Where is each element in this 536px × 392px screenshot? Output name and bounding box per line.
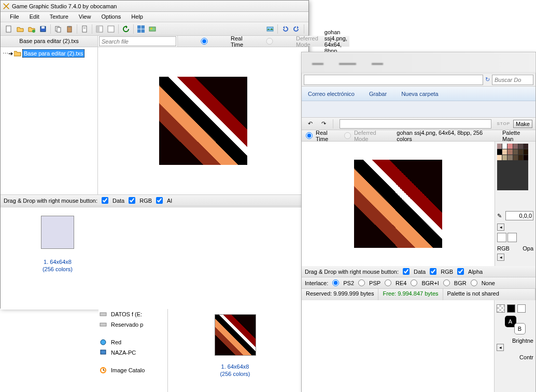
tree-item[interactable]: ⋯➔ Base para editar (2).txs [3,49,95,58]
bottom-left-panel [302,300,495,392]
menu-view[interactable]: View [74,12,96,22]
menu-edit[interactable]: Edit [24,12,45,22]
deferred-radio-2[interactable] [344,132,351,139]
preview-2[interactable] [302,142,495,266]
palette-title: Palette Man [502,130,532,142]
undo-icon[interactable]: ↶ [305,119,315,129]
new-icon[interactable] [4,24,14,34]
svg-rect-12 [96,26,100,32]
swatch[interactable] [507,233,517,242]
save-icon[interactable] [38,24,48,34]
toolbar [1,22,308,36]
path-field[interactable] [340,119,491,129]
palette-panel: ✎ 0,0,0 ◂ RGB Opa ◂ [495,142,535,266]
open2-icon[interactable] [26,24,37,34]
mode1-icon[interactable] [94,24,105,34]
blurred-header: ▬▬▬▬▬▬▬ [302,52,535,73]
white-swatch[interactable] [517,304,526,313]
svg-rect-0 [6,26,11,32]
realtime-radio-2[interactable] [306,132,313,139]
refresh-icon[interactable] [121,24,131,34]
address-bar-row: ↻ [302,73,535,87]
catalog-thumb [41,216,74,249]
cmd-record[interactable]: Grabar [369,91,387,97]
al-checkbox[interactable] [156,197,163,204]
main-window: Game Graphic Studio 7.4.0 by obocaman Fi… [0,0,309,309]
doc-icon[interactable] [79,24,90,34]
mode2-icon[interactable] [106,24,116,34]
checker-swatch[interactable] [497,304,505,313]
sprite-image-2 [354,160,442,248]
menu-texture[interactable]: Texture [45,12,74,22]
stop-button[interactable]: STOP [497,121,510,126]
refresh-icon[interactable]: ↻ [485,76,490,83]
image-icon[interactable] [265,24,275,34]
scroll-left-icon[interactable]: ◂ [497,254,504,261]
il2-psp[interactable] [358,279,365,286]
menu-help[interactable]: Help [126,12,148,22]
tree-item-label: Base para editar (2).txs [22,49,84,58]
svg-point-1 [32,30,35,33]
rgb-checkbox[interactable] [129,197,135,204]
eyedropper-icon[interactable]: ✎ [497,213,503,219]
alpha-checkbox-2[interactable] [457,268,464,275]
color-b[interactable]: B [514,323,526,334]
make-button[interactable]: Make [513,120,532,128]
deferred-radio[interactable] [246,38,293,45]
pc-item[interactable]: NAZA-PC [98,347,171,358]
drive-item[interactable]: DATOS f (E: [98,309,171,319]
file-info-text: gohan ssj4.png, 64x64, 8bpp [325,29,347,54]
bottom-right-panel: A B Brightne ◂ Contr [495,300,535,392]
titlebar[interactable]: Game Graphic Studio 7.4.0 by obocaman [1,1,308,12]
catalog-item[interactable]: Image Catalo [98,365,171,375]
cmd-newfolder[interactable]: Nueva carpeta [401,91,439,97]
il2-ps2[interactable] [332,279,339,286]
file-info-row: Base para editar (2).txs Real Time Defer… [1,36,308,47]
texture-preview[interactable] [98,47,308,194]
svg-rect-8 [82,26,87,32]
svg-point-16 [151,27,152,29]
redo-icon[interactable] [291,24,302,34]
address-bar[interactable] [304,75,483,85]
copy-icon[interactable] [53,24,63,34]
file-tree[interactable]: ⋯➔ Base para editar (2).txs [1,47,98,194]
drive-item[interactable]: Reservado p [98,319,171,330]
scroll-left-icon[interactable]: ◂ [497,223,504,231]
il2-bgr[interactable] [443,279,450,286]
undo-icon[interactable] [280,24,290,34]
menu-options[interactable]: Options [96,12,126,22]
black-swatch[interactable] [507,304,515,313]
color-value[interactable]: 0,0,0 [505,211,533,220]
palette-grid[interactable] [497,144,528,190]
scroll-left-icon[interactable]: ◂ [497,344,504,351]
catalog-item[interactable]: 1. 64x64x8 (256 colors) [32,216,83,273]
cmd-email[interactable]: Correo electrónico [308,91,355,97]
app-icon [3,3,10,10]
search-field[interactable] [492,75,533,85]
catalog-panel-2[interactable]: 1. 64x64x8 (256 colors) [167,309,302,392]
il2-none[interactable] [471,279,477,286]
menu-file[interactable]: File [5,12,24,22]
preview-icon[interactable] [147,24,158,34]
paste-icon[interactable] [64,24,75,34]
il2-bgri[interactable] [411,279,417,286]
redo-icon[interactable]: ↷ [318,119,329,129]
ab-color-picker[interactable]: A B [505,316,526,334]
network-item[interactable]: Red [98,337,171,347]
open-icon[interactable] [15,24,25,34]
command-bar: Correo electrónico Grabar Nueva carpeta [302,87,535,101]
svg-rect-7 [68,26,70,27]
svg-rect-3 [41,26,45,29]
swatch[interactable] [497,233,506,242]
catalog-thumb-2 [215,314,256,356]
il2-re4[interactable] [385,279,391,286]
data-checkbox-2[interactable] [403,268,410,275]
window-title: Game Graphic Studio 7.4.0 by obocaman [12,3,117,9]
texture-catalog[interactable]: 1. 64x64x8 (256 colors) [1,207,309,310]
grid-icon[interactable] [136,24,146,34]
rgb-checkbox-2[interactable] [430,268,436,275]
data-checkbox[interactable] [102,197,108,204]
arrow-icon: ⋯➔ [3,50,13,57]
search-input[interactable] [99,36,176,46]
realtime-radio[interactable] [181,38,228,45]
